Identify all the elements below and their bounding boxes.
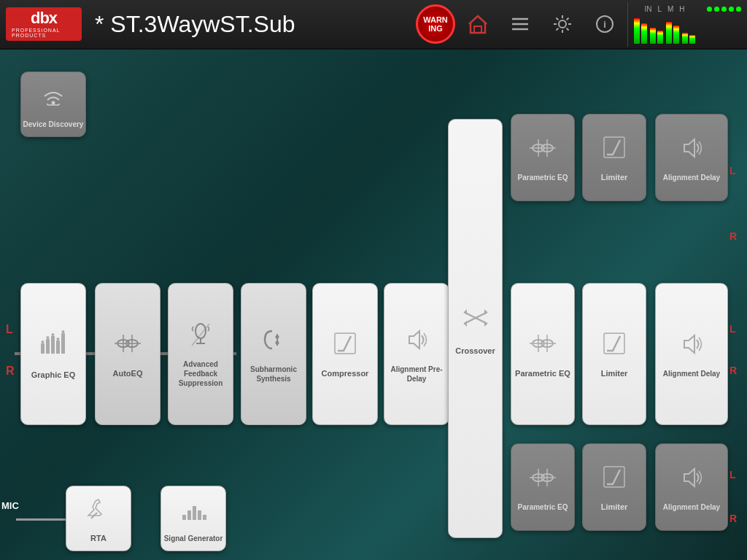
main-content: L R MIC Device Discovery [0, 50, 747, 560]
logo-area: dbx PROFESSIONAL PRODUCTS [0, 1, 88, 47]
limiter-bot-module[interactable]: Limiter [582, 443, 646, 531]
meter-bar-in-l [634, 18, 640, 44]
meter-label-m: M [667, 5, 673, 13]
meter-bar-m-l [666, 22, 672, 44]
auto-eq-module[interactable]: AutoEQ [95, 283, 160, 425]
status-dot-2 [714, 7, 719, 12]
svg-text:i: i [603, 19, 606, 30]
graphic-eq-module[interactable]: Graphic EQ [20, 283, 86, 425]
warning-button[interactable]: WARNING [416, 4, 455, 44]
logo-sub: PROFESSIONAL PRODUCTS [12, 28, 76, 38]
parametric-eq-bot-module[interactable]: Parametric EQ [511, 443, 575, 531]
alignment-pre-label: Alignment Pre-Delay [384, 365, 449, 384]
limiter-mid-label: Limiter [601, 368, 628, 378]
svg-rect-12 [46, 339, 50, 354]
svg-rect-14 [56, 341, 60, 354]
subharmonic-icon [259, 325, 288, 360]
meter-labels: IN L M H [644, 5, 684, 13]
svg-rect-0 [474, 26, 481, 33]
alignment-delay-bot-module[interactable]: Alignment Delay [655, 443, 728, 531]
crossover-module[interactable]: Crossover [448, 119, 503, 538]
limiter-top-label: Limiter [601, 172, 628, 182]
rta-module[interactable]: RTA [66, 486, 131, 551]
signal-generator-module[interactable]: Signal Generator [160, 486, 226, 551]
svg-point-16 [42, 341, 44, 343]
alignment-delay-mid-module[interactable]: Alignment Delay [655, 283, 728, 425]
alignment-delay-top-module[interactable]: Alignment Delay [655, 114, 728, 201]
home-button[interactable] [458, 4, 498, 44]
meter-label-h: H [679, 5, 684, 13]
limiter-top-icon [600, 133, 629, 168]
parametric-eq-mid-module[interactable]: Parametric EQ [511, 283, 575, 425]
parametric-eq-top-module[interactable]: Parametric EQ [511, 114, 575, 201]
parametric-eq-mid-label: Parametric EQ [515, 368, 570, 378]
signal-generator-label: Signal Generator [164, 534, 223, 543]
svg-rect-61 [193, 506, 196, 520]
svg-rect-59 [182, 515, 186, 520]
rta-label: RTA [90, 533, 107, 543]
alignment-delay-top-icon [677, 133, 706, 168]
parametric-eq-top-icon [528, 133, 557, 168]
settings-button[interactable] [543, 4, 582, 44]
list-button[interactable] [500, 4, 540, 44]
subharmonic-module[interactable]: Subharmonic Synthesis [241, 283, 306, 425]
meter-bar-l-l [650, 28, 656, 44]
label-l: L [6, 323, 13, 336]
mic-connector-line [16, 518, 67, 521]
label-l-mid-right: L [729, 323, 736, 335]
svg-point-19 [57, 338, 60, 341]
meter-bar-m-r [673, 26, 679, 44]
svg-marker-39 [464, 321, 467, 327]
limiter-mid-module[interactable]: Limiter [582, 283, 646, 425]
label-r: R [6, 365, 15, 378]
device-discovery-module[interactable]: Device Discovery [20, 71, 86, 137]
limiter-top-module[interactable]: Limiter [582, 114, 646, 201]
svg-point-17 [47, 336, 50, 339]
device-discovery-label: Device Discovery [23, 120, 84, 129]
auto-eq-label: AutoEQ [113, 368, 143, 378]
status-dot-3 [721, 7, 727, 12]
parametric-eq-mid-icon [528, 329, 557, 364]
graphic-eq-label: Graphic EQ [31, 370, 76, 380]
svg-rect-60 [187, 510, 191, 520]
alignment-delay-mid-icon [677, 330, 706, 365]
subharmonic-label: Subharmonic Synthesis [241, 365, 306, 384]
rta-icon [84, 494, 113, 529]
graphic-eq-icon [37, 327, 69, 365]
limiter-bot-icon [600, 462, 629, 497]
status-dot-4 [729, 7, 734, 12]
crossover-label: Crossover [455, 346, 495, 356]
meter-bars [634, 15, 695, 44]
adv-feedback-module[interactable]: Advanced Feedback Suppression [168, 283, 233, 425]
info-button[interactable]: i [585, 4, 624, 44]
label-l-bot-right: L [729, 469, 736, 481]
alignment-pre-icon [402, 325, 431, 360]
feedback-icon [186, 320, 215, 355]
auto-eq-icon [113, 329, 142, 364]
page-title: * ST.3WaywST.Sub [88, 11, 416, 38]
alignment-delay-mid-label: Alignment Delay [663, 369, 720, 378]
parametric-eq-bot-icon [528, 463, 557, 498]
meter-bar-h-l [682, 33, 688, 44]
limiter-bot-label: Limiter [601, 502, 628, 512]
wifi-icon [39, 80, 68, 115]
status-dot-5 [736, 7, 741, 12]
header: dbx PROFESSIONAL PRODUCTS * ST.3WaywST.S… [0, 0, 747, 50]
meter-bar-in-r [641, 23, 647, 44]
alignment-delay-top-label: Alignment Delay [663, 173, 720, 182]
parametric-eq-bot-label: Parametric EQ [518, 502, 568, 512]
svg-marker-37 [484, 309, 487, 315]
adv-feedback-label: Advanced Feedback Suppression [169, 359, 233, 388]
meter-area: IN L M H [627, 2, 701, 47]
compressor-module[interactable]: Compressor [312, 283, 378, 425]
svg-marker-38 [464, 309, 467, 315]
alignment-pre-module[interactable]: Alignment Pre-Delay [384, 283, 449, 425]
compressor-label: Compressor [322, 368, 369, 378]
logo-text: dbx [31, 10, 57, 26]
compressor-icon [330, 329, 360, 364]
svg-point-18 [52, 333, 55, 336]
svg-point-20 [62, 330, 65, 333]
parametric-eq-top-label: Parametric EQ [518, 173, 568, 182]
svg-rect-63 [203, 515, 206, 520]
meter-bar-l-r [657, 31, 663, 44]
